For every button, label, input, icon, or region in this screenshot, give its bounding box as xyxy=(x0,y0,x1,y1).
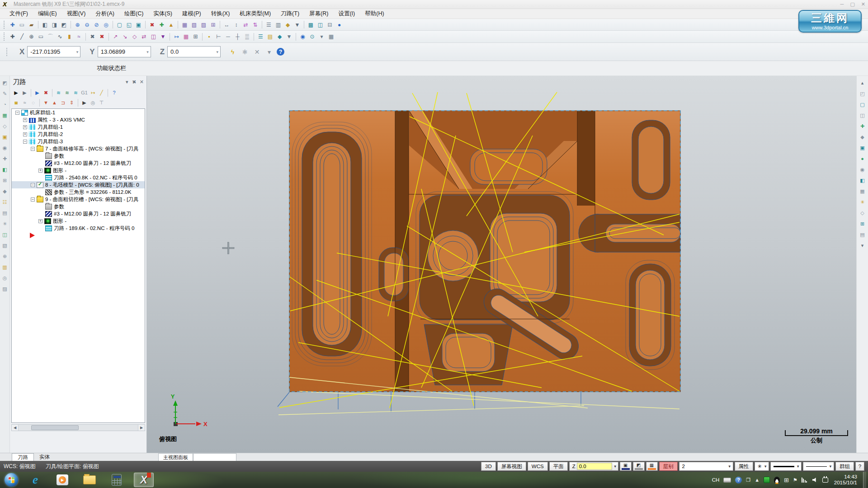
toolbar-icon[interactable]: ⇄ xyxy=(139,32,149,41)
scrollbar-thumb[interactable] xyxy=(31,425,79,430)
toolbar-icon[interactable]: ≈ xyxy=(74,32,84,41)
toolbar-icon[interactable]: ▢ xyxy=(115,20,124,29)
toolbar-grip[interactable] xyxy=(4,33,6,41)
select-toolpath-icon[interactable]: ▶ xyxy=(33,89,42,97)
help-icon[interactable]: ? xyxy=(110,89,118,97)
dock-icon[interactable]: ◆ xyxy=(1,187,9,195)
line-style-combo[interactable]: ▼ xyxy=(770,462,802,471)
group-button[interactable]: 群组 xyxy=(835,462,854,471)
minimize-button[interactable]: ─ xyxy=(840,1,844,7)
select-settings-icon[interactable]: ◎ xyxy=(89,99,97,107)
toolbar-icon[interactable]: ↦ xyxy=(172,32,181,41)
toolbar-icon[interactable]: ⊟ xyxy=(325,20,335,29)
tree-item[interactable]: 参数 xyxy=(12,152,145,160)
toolbar-icon[interactable]: ✚ xyxy=(8,20,17,29)
maximize-button[interactable]: ▢ xyxy=(850,1,854,7)
toolbar-icon[interactable]: ⇄ xyxy=(241,20,250,29)
toolbar-icon[interactable]: ◩ xyxy=(59,20,69,29)
menu-item[interactable]: 视图(V) xyxy=(62,9,91,19)
taskbar-calculator[interactable] xyxy=(107,473,127,487)
dock-icon[interactable]: ▢ xyxy=(859,100,867,108)
flag-tray-icon[interactable]: ⚑ xyxy=(793,477,797,483)
show-desktop-button[interactable] xyxy=(863,472,866,488)
toolbar-icon[interactable]: ⊖ xyxy=(82,20,92,29)
wcs-button[interactable]: WCS xyxy=(528,462,548,471)
tree-expander-icon[interactable]: + xyxy=(38,219,42,223)
dropdown-icon[interactable]: ▾ xyxy=(264,47,274,56)
toolbar-icon[interactable]: ▰ xyxy=(27,20,36,29)
dock-icon[interactable]: ✳ xyxy=(859,198,867,206)
restore-tray-icon[interactable]: ❐ xyxy=(746,477,750,483)
toolbar-icon[interactable]: ◆ xyxy=(283,20,292,29)
unselect-icon[interactable]: ✖ xyxy=(42,89,50,97)
line-width-combo[interactable]: ▼ xyxy=(803,462,834,471)
toolbar-icon[interactable]: ▤ xyxy=(265,32,275,41)
tree-expander-icon[interactable]: + xyxy=(23,118,27,122)
tree-item[interactable]: −8 - 毛坯模型 - [WCS: 俯视图] - [刀具面: 0 xyxy=(12,181,145,188)
graphics-viewport[interactable]: Y X 俯视图 29.099 mm 公制 xyxy=(147,76,856,453)
viewsheet-tab-blank[interactable] xyxy=(193,453,236,461)
toolbar-icon[interactable]: ▼ xyxy=(292,20,302,29)
menu-item[interactable]: 刀路(T) xyxy=(276,9,304,19)
insert-up-icon[interactable]: ▲ xyxy=(50,99,59,107)
menu-item[interactable]: 建模(P) xyxy=(177,9,206,19)
speaker-icon[interactable] xyxy=(812,477,818,483)
dock-icon[interactable]: ⊞ xyxy=(859,220,867,228)
y-coordinate-input[interactable] xyxy=(98,47,142,57)
tree-item[interactable]: +刀具群组-2 xyxy=(12,131,145,138)
language-indicator[interactable]: CH xyxy=(712,477,720,483)
autocursor-settings-icon[interactable]: ✱ xyxy=(240,47,250,56)
dock-icon[interactable]: ⊕ xyxy=(1,252,9,260)
toolbar-icon[interactable]: ─ xyxy=(223,32,233,41)
dock-icon[interactable]: ▾ xyxy=(859,241,867,249)
tree-item[interactable]: +刀具群组-1 xyxy=(12,123,145,131)
z-depth-dropdown-icon[interactable]: ▼ xyxy=(613,465,617,469)
toolbar-icon[interactable]: ▲ xyxy=(166,20,176,29)
toolbar-icon[interactable]: ↘ xyxy=(120,32,130,41)
start-button[interactable] xyxy=(5,473,18,487)
toolbar-icon[interactable]: ▪ xyxy=(204,32,214,41)
toolbar-icon[interactable]: ▮ xyxy=(65,32,74,41)
single-select-icon[interactable]: ▶ xyxy=(80,99,89,107)
lock-icon[interactable]: ◙ xyxy=(12,99,20,107)
toolbar-icon[interactable]: ╱ xyxy=(17,32,27,41)
toolbar-icon[interactable]: ↗ xyxy=(111,32,120,41)
keyboard-tray-icon[interactable] xyxy=(723,478,731,483)
autocursor-power-icon[interactable]: ϟ xyxy=(228,47,237,56)
toolbar-icon[interactable]: ✖ xyxy=(147,20,157,29)
toolbar-icon[interactable]: ▩ xyxy=(306,20,316,29)
dock-icon[interactable]: ▧ xyxy=(1,241,9,249)
taskbar-clock[interactable]: 14:43 2015/10/1 xyxy=(834,474,857,486)
toolbar-icon[interactable]: ✖ xyxy=(88,32,97,41)
taskbar-media-player[interactable]: ▶ xyxy=(52,473,72,487)
backplot-icon[interactable]: ≋ xyxy=(54,89,63,97)
scroll-left-icon[interactable]: ◀ xyxy=(12,425,19,431)
wireframe-color-swatch[interactable]: ▣ xyxy=(620,462,632,471)
toolbar-icon[interactable]: ▨ xyxy=(199,20,208,29)
attributes-button[interactable]: 属性 xyxy=(735,462,753,471)
taskbar-internet-explorer[interactable]: e xyxy=(25,473,45,487)
toolbar-icon[interactable]: ☰ xyxy=(264,20,274,29)
dock-icon[interactable]: ◎ xyxy=(1,274,9,282)
menu-item[interactable]: 文件(F) xyxy=(5,9,33,19)
z-depth-input[interactable] xyxy=(577,463,612,470)
dock-icon[interactable]: ◩ xyxy=(1,79,9,87)
network-signal-icon[interactable] xyxy=(802,477,808,483)
verify-simulate-icon[interactable]: ≋ xyxy=(63,89,71,97)
qq-tray-icon[interactable] xyxy=(774,477,780,483)
insert-marker-icon[interactable]: ⊐ xyxy=(59,99,67,107)
level-dropdown-icon[interactable]: ▼ xyxy=(728,465,731,469)
menu-item[interactable]: 设置(I) xyxy=(333,9,360,19)
taskbar-file-explorer[interactable] xyxy=(80,473,99,487)
surface-color-swatch[interactable]: ▦ xyxy=(646,462,658,471)
3d-toggle-button[interactable]: 3D xyxy=(481,462,496,471)
toolbar-icon[interactable]: ☰ xyxy=(256,32,265,41)
clear-entry-icon[interactable]: ✕ xyxy=(252,47,262,56)
toolbar-icon[interactable]: ▣ xyxy=(134,20,143,29)
x-dropdown-icon[interactable]: ▾ xyxy=(76,50,80,54)
power-plug-icon[interactable] xyxy=(822,478,828,483)
dock-icon[interactable]: ◧ xyxy=(859,176,867,184)
viewsheet-tab[interactable]: 主视图面板 xyxy=(158,453,193,461)
toolbar-grip[interactable] xyxy=(6,48,9,56)
tree-item[interactable]: +图形 - xyxy=(12,167,145,174)
